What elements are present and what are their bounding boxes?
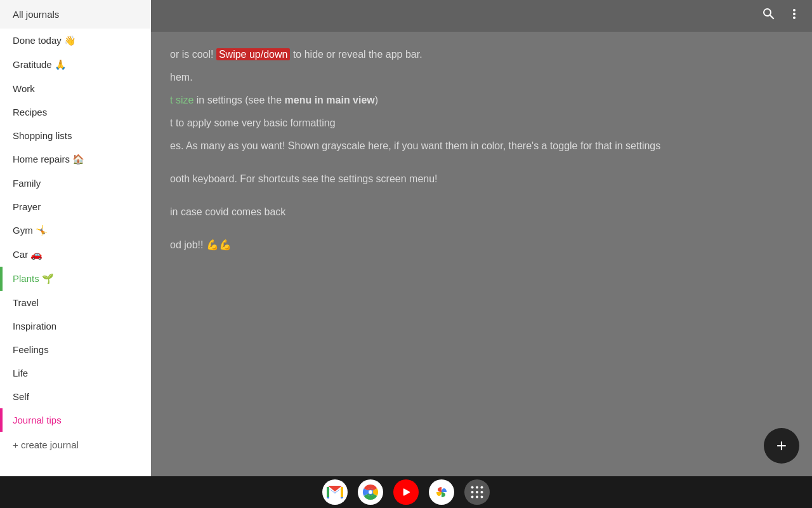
- sidebar-label: Inspiration: [13, 321, 56, 331]
- sidebar-item-work[interactable]: Work: [0, 77, 151, 100]
- sidebar-label: Gym 🤸: [13, 225, 48, 236]
- svg-point-12: [471, 491, 474, 493]
- sidebar-label: Journal tips: [13, 415, 62, 425]
- content-line-4: t to apply some very basic formatting: [170, 113, 793, 133]
- svg-rect-0: [327, 487, 329, 497]
- sidebar-item-done-today[interactable]: Done today 👋: [0, 29, 151, 53]
- content-line-8: od job!! 💪💪: [170, 235, 793, 255]
- main-content-area: or is cool! Swipe up/down to hide or rev…: [151, 0, 812, 476]
- svg-point-6: [369, 490, 372, 494]
- journal-content: or is cool! Swipe up/down to hide or rev…: [151, 32, 812, 476]
- sidebar-item-inspiration[interactable]: Inspiration: [0, 314, 151, 338]
- menu-bold: menu in main view: [285, 95, 375, 105]
- sidebar-label: Done today 👋: [13, 35, 76, 46]
- sidebar-label: Recipes: [13, 107, 47, 117]
- svg-point-17: [481, 496, 483, 498]
- svg-rect-1: [341, 487, 343, 497]
- sidebar-item-home-repairs[interactable]: Home repairs 🏠: [0, 147, 151, 171]
- sidebar-label: Shopping lists: [13, 130, 72, 141]
- google-photos-app-icon[interactable]: [429, 479, 454, 505]
- content-line-3: t size in settings (see the menu in main…: [170, 90, 793, 110]
- create-journal-label: + create journal: [13, 439, 79, 450]
- content-line-1: or is cool! Swipe up/down to hide or rev…: [170, 44, 793, 65]
- bottom-navigation-bar: [0, 476, 812, 508]
- sidebar-label: Gratitude 🙏: [13, 59, 67, 70]
- sidebar-label: Self: [13, 391, 29, 402]
- sidebar: All journals Done today 👋 Gratitude 🙏 Wo…: [0, 0, 151, 508]
- content-line-5: es. As many as you want! Shown grayscale…: [170, 136, 793, 156]
- svg-point-11: [481, 486, 483, 489]
- fab-icon: +: [776, 436, 787, 456]
- text-size-highlight: t size: [170, 95, 193, 105]
- sidebar-label: Work: [13, 83, 35, 94]
- sidebar-item-travel[interactable]: Travel: [0, 291, 151, 314]
- sidebar-item-shopping-lists[interactable]: Shopping lists: [0, 124, 151, 147]
- swipe-highlight: Swipe up/down: [216, 48, 291, 60]
- svg-point-14: [481, 491, 483, 493]
- search-icon[interactable]: [759, 4, 779, 28]
- content-line-6: ooth keyboard. For shortcuts see the set…: [170, 169, 793, 189]
- sidebar-item-gratitude[interactable]: Gratitude 🙏: [0, 53, 151, 77]
- sidebar-label: Prayer: [13, 201, 41, 212]
- sidebar-item-plants[interactable]: Plants 🌱: [0, 267, 151, 291]
- chrome-app-icon[interactable]: [358, 479, 383, 505]
- sidebar-item-life[interactable]: Life: [0, 361, 151, 385]
- sidebar-item-family[interactable]: Family: [0, 171, 151, 195]
- create-journal-button[interactable]: + create journal: [0, 432, 151, 458]
- app-grid-icon[interactable]: [464, 479, 490, 505]
- sidebar-item-prayer[interactable]: Prayer: [0, 195, 151, 218]
- sidebar-item-gym[interactable]: Gym 🤸: [0, 218, 151, 243]
- sidebar-label: Car 🚗: [13, 249, 43, 260]
- sidebar-item-self[interactable]: Self: [0, 385, 151, 408]
- svg-point-13: [476, 491, 478, 493]
- sidebar-label: Plants 🌱: [13, 273, 54, 284]
- sidebar-item-recipes[interactable]: Recipes: [0, 100, 151, 124]
- sidebar-item-feelings[interactable]: Feelings: [0, 338, 151, 361]
- content-line-2: hem.: [170, 67, 793, 88]
- fab-button[interactable]: +: [764, 428, 799, 464]
- topbar: [151, 0, 812, 32]
- sidebar-item-journal-tips[interactable]: Journal tips: [0, 408, 151, 432]
- sidebar-label: Feelings: [13, 344, 49, 355]
- svg-point-10: [476, 486, 478, 489]
- sidebar-label: Home repairs 🏠: [13, 154, 84, 165]
- sidebar-label: Life: [13, 368, 28, 378]
- svg-point-9: [471, 486, 474, 489]
- more-options-icon[interactable]: [784, 4, 804, 28]
- sidebar-item-car[interactable]: Car 🚗: [0, 243, 151, 267]
- gmail-app-icon[interactable]: [322, 479, 348, 505]
- svg-point-16: [476, 496, 478, 498]
- all-journals-label: All journals: [13, 9, 59, 20]
- youtube-app-icon[interactable]: [393, 479, 419, 505]
- svg-point-15: [471, 496, 474, 498]
- sidebar-label: Family: [13, 178, 41, 189]
- sidebar-item-all-journals[interactable]: All journals: [0, 0, 151, 29]
- content-line-7: in case covid comes back: [170, 202, 793, 222]
- sidebar-label: Travel: [13, 297, 39, 308]
